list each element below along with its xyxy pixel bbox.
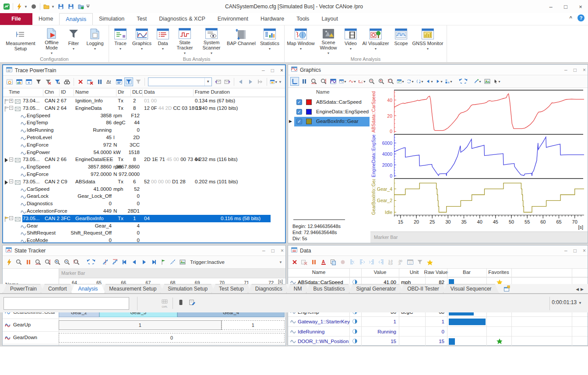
trace-signal-row[interactable]: EngForce972.0000N972.0000	[3, 171, 285, 178]
close-button[interactable]: ×	[280, 67, 283, 74]
series-color-swatch[interactable]	[306, 109, 312, 115]
minimize-button[interactable]: –	[262, 247, 265, 255]
ribbon-button-state-tracker[interactable]: State Tracker▼	[172, 27, 197, 56]
trace-signal-row[interactable]: EngTemp86degC44	[3, 119, 285, 126]
skip-end-icon[interactable]	[149, 258, 158, 266]
help-button[interactable]: ?	[577, 14, 584, 21]
data-row[interactable]: IdleRunningRunning0	[288, 327, 588, 337]
trace-column-name[interactable]: Name	[75, 89, 89, 95]
ribbon-tab-home[interactable]: Home	[32, 13, 59, 25]
trace-signal-row[interactable]: GearLockGear_Lock_Off0	[3, 193, 285, 200]
zoom-x-icon[interactable]	[310, 77, 318, 86]
graphics-marker-bar[interactable]: Marker Bar	[370, 231, 588, 243]
desktop-tab-visual-sequencer[interactable]: Visual Sequencer	[443, 284, 499, 293]
step-fwd-icon[interactable]	[140, 258, 148, 266]
desktop-tab-test-setup[interactable]: Test Setup	[211, 284, 251, 293]
write-window-icon[interactable]	[189, 299, 196, 308]
win-lines-icon[interactable]	[115, 77, 123, 86]
chart-marks2-icon[interactable]	[111, 258, 120, 266]
ribbon-button-gnss-monitor[interactable]: GNSS Monitor▼	[411, 27, 445, 56]
close-button[interactable]: ×	[583, 66, 586, 74]
chart-1[interactable]	[394, 135, 584, 177]
ribbon-button-offline-mode[interactable]: Offline Mode▼	[39, 27, 64, 56]
pointer-icon[interactable]: ▼	[493, 77, 501, 86]
layout-icon[interactable]: ▼	[444, 77, 453, 86]
binoculars-icon[interactable]	[63, 77, 71, 86]
nav-left-icon[interactable]: ▼	[425, 77, 434, 86]
legend-row[interactable]: ✓ABSdata::CarSpeed	[288, 98, 370, 107]
mail-left-icon[interactable]	[214, 77, 222, 86]
tree-expand-icon[interactable]: −	[9, 216, 13, 220]
ribbon-button-scene-window[interactable]: Scene Window▼	[315, 27, 342, 56]
ribbon-tab-diagnostics-xcp[interactable]: Diagnostics & XCP	[153, 13, 211, 25]
minimize-button[interactable]: –	[262, 67, 265, 74]
data-column-favorites[interactable]: Favorites	[477, 270, 521, 275]
align-4-icon[interactable]	[377, 258, 386, 266]
funnel-gray-icon[interactable]	[134, 77, 143, 86]
trace-column-data[interactable]: Data	[144, 89, 155, 95]
tree-expand-icon[interactable]: −	[9, 106, 13, 110]
trace-signal-row[interactable]: Diagnostics00	[3, 200, 285, 207]
search-icon[interactable]	[14, 258, 23, 266]
maximize-button[interactable]: □	[574, 66, 577, 74]
close-button[interactable]: ×	[281, 247, 284, 255]
maximize-button[interactable]: □	[574, 247, 577, 255]
maximize-button[interactable]: □	[271, 247, 275, 255]
qat-customize-icon[interactable]	[86, 4, 90, 9]
desktop-tab-signal-generator[interactable]: Signal Generator	[349, 284, 404, 293]
trace-column-dir[interactable]: Dir	[118, 89, 124, 95]
trace-signal-row[interactable]: IdleRunningRunning0	[3, 126, 285, 134]
device-icon[interactable]	[177, 299, 184, 308]
a-red-icon[interactable]: A	[319, 258, 328, 266]
win-gray-icon[interactable]	[406, 258, 415, 266]
x-red-icon[interactable]	[290, 258, 299, 266]
trace-frame-row[interactable]: −73.05...CAN 266EngineDataIEEETx82D 1E 7…	[3, 156, 285, 163]
legend-checkbox[interactable]: ✓	[296, 99, 302, 105]
align-2-icon[interactable]	[358, 258, 366, 266]
zoom-y-icon[interactable]	[43, 258, 52, 266]
desktop-tab-measurement-setup[interactable]: Measurement Setup	[102, 284, 164, 293]
data-row[interactable]: Gateway_1::StarterKey11	[288, 317, 588, 327]
ribbon-tab-hardware[interactable]: Hardware	[254, 13, 290, 25]
pin-box-icon[interactable]	[124, 77, 133, 86]
trace-search-input[interactable]: ▼	[148, 77, 211, 86]
zoom-x-icon[interactable]	[34, 258, 42, 266]
zoom-area-icon[interactable]	[387, 77, 395, 86]
zoom-y-icon[interactable]	[319, 77, 328, 86]
trace-signal-row[interactable]: ShiftRequestShift_Request_Off0	[3, 229, 285, 237]
state-tracker-row[interactable]: GearUp11	[3, 319, 285, 332]
trace-signal-row[interactable]: PetrolLevel45l2D	[3, 134, 285, 141]
mail-right-icon[interactable]	[223, 77, 232, 86]
lightning-dropdown[interactable]: ▼	[24, 5, 28, 9]
trace-frame-row[interactable]: +73.04...CAN 267Ignition_InfoTx201 000.1…	[3, 97, 285, 105]
state-segment[interactable]: 1	[59, 320, 222, 330]
wave-box-icon[interactable]: ▼	[338, 77, 347, 86]
desktop-tab-nm[interactable]: NM	[286, 284, 310, 293]
ribbon-tab-tools[interactable]: Tools	[290, 13, 315, 25]
ruler-blue-icon[interactable]	[169, 258, 177, 266]
arrow-left-gray-icon[interactable]	[236, 77, 245, 86]
trace-frame-row[interactable]: −73.05...CAN 264EngineDataTx812 0F 44 2D…	[3, 105, 285, 112]
redo-icon[interactable]	[464, 77, 472, 86]
flip-x-icon[interactable]: ▼	[415, 77, 424, 86]
desktop-tab-powertrain[interactable]: PowerTrain	[3, 284, 44, 293]
trace-column-id[interactable]: ID	[61, 89, 66, 95]
redo-icon[interactable]	[92, 258, 100, 266]
close-button[interactable]: ×	[573, 0, 588, 13]
funnel-down-icon[interactable]	[53, 77, 62, 86]
ribbon-button-video[interactable]: Video▼	[342, 27, 360, 56]
ribbon-button-ai-visualizer[interactable]: AI Visualizer▼	[360, 27, 391, 56]
trace-frame-row[interactable]: −73.05...CAN 2C9ABSdataTx652 00 00 00 D1…	[3, 178, 285, 186]
win-gear-icon[interactable]	[5, 77, 14, 86]
ribbon-button-bap-channel[interactable]: BAP Channel	[225, 27, 257, 56]
align-1-icon[interactable]	[348, 258, 357, 266]
pause-orange-icon[interactable]	[24, 258, 33, 266]
signal-toggle-icon[interactable]	[352, 329, 357, 334]
trace-column-chn[interactable]: Chn	[45, 89, 54, 95]
undo-icon[interactable]	[82, 258, 91, 266]
zoom-out-red-icon[interactable]	[367, 77, 376, 86]
win-updown-icon[interactable]	[25, 77, 33, 86]
desktop-tab-simulation-setup[interactable]: Simulation Setup	[160, 284, 215, 293]
copy-icon[interactable]	[329, 258, 338, 266]
save-icon[interactable]	[57, 3, 65, 11]
